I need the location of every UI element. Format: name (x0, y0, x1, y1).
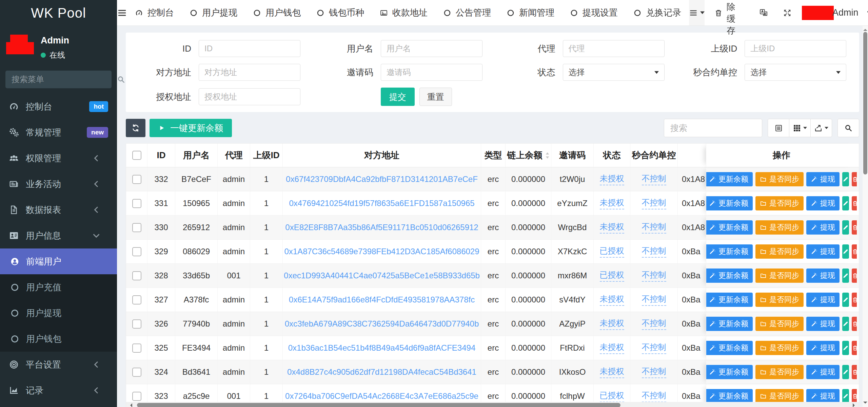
contract-control-editable[interactable]: 不控制 (642, 221, 666, 234)
sidebar-toggle-button[interactable] (117, 0, 127, 25)
delete-button[interactable] (852, 220, 857, 235)
status-editable[interactable]: 未授权 (600, 342, 624, 354)
contract-control-editable[interactable]: 不控制 (642, 366, 666, 378)
withdraw-button[interactable]: 提现 (806, 365, 840, 379)
contract-control-editable[interactable]: 不控制 (642, 318, 666, 330)
delete-button[interactable] (852, 317, 857, 331)
edit-button[interactable] (842, 341, 849, 355)
update-balance-button[interactable]: 更新余额 (706, 269, 753, 283)
sidebar-item[interactable]: 记录 (0, 377, 117, 403)
edit-button[interactable] (842, 220, 849, 235)
update-balance-button[interactable]: 更新余额 (706, 317, 753, 331)
nav-tab[interactable]: 控制台 (127, 0, 182, 25)
edit-button[interactable] (842, 269, 849, 283)
toggle-view-button[interactable] (768, 119, 789, 137)
contract-control-editable[interactable]: 不控制 (642, 294, 666, 306)
export-button[interactable] (810, 119, 832, 137)
update-balance-button[interactable]: 更新余额 (706, 172, 753, 186)
nav-tab[interactable]: 用户提现 (182, 0, 245, 25)
delete-button[interactable] (852, 341, 857, 355)
filter-status-select[interactable]: 选择 (563, 64, 665, 81)
row-checkbox[interactable] (132, 223, 141, 232)
admin-menu[interactable]: Admin (799, 0, 861, 25)
status-editable[interactable]: 未授权 (600, 197, 624, 209)
row-checkbox[interactable] (132, 271, 141, 280)
filter-auth-address-input[interactable] (199, 88, 300, 105)
delete-button[interactable] (852, 244, 857, 259)
withdraw-button[interactable]: 提现 (806, 196, 840, 210)
sort-icon[interactable] (545, 152, 550, 159)
sync-button[interactable]: 是否同步 (755, 389, 804, 403)
table-search-button[interactable] (837, 119, 859, 137)
row-checkbox[interactable] (132, 368, 141, 377)
sidebar-item[interactable]: 业务活动 (0, 171, 117, 197)
scroll-down-arrow[interactable] (863, 402, 867, 406)
row-checkbox[interactable] (132, 344, 141, 353)
status-editable[interactable]: 未授权 (600, 221, 624, 234)
delete-button[interactable] (852, 196, 857, 210)
sync-button[interactable]: 是否同步 (755, 196, 804, 210)
sync-button[interactable]: 是否同步 (755, 172, 804, 186)
table-search-input[interactable] (664, 119, 762, 137)
nav-tab[interactable]: 公告管理 (435, 0, 499, 25)
sync-button[interactable]: 是否同步 (755, 220, 804, 235)
status-editable[interactable]: 已授权 (600, 270, 624, 282)
edit-button[interactable] (842, 244, 849, 259)
address-link[interactable]: 0x4d8B27c4c905d62df7d12198DA4fecaC54Bd36… (287, 367, 476, 377)
edit-button[interactable] (842, 365, 849, 379)
scroll-left-arrow[interactable] (128, 403, 132, 407)
refresh-button[interactable] (126, 119, 145, 137)
update-balance-button[interactable]: 更新余额 (706, 389, 753, 403)
sync-button[interactable]: 是否同步 (755, 244, 804, 259)
nav-tab[interactable]: 兑换记录 (626, 0, 689, 25)
nav-tab[interactable]: 新闻管理 (499, 0, 562, 25)
status-editable[interactable]: 未授权 (600, 366, 624, 378)
edit-button[interactable] (842, 317, 849, 331)
sidebar-item[interactable]: 数据报表 (0, 197, 117, 223)
update-balance-button[interactable]: 更新余额 (706, 220, 753, 235)
vertical-scrollbar[interactable] (863, 26, 868, 407)
nav-tab[interactable]: 钱包币种 (309, 0, 372, 25)
search-icon[interactable] (117, 75, 125, 84)
nav-tab[interactable]: 用户钱包 (245, 0, 309, 25)
withdraw-button[interactable]: 提现 (806, 172, 840, 186)
status-editable[interactable]: 未授权 (600, 294, 624, 306)
sidebar-subitem[interactable]: 用户提现 (0, 300, 117, 326)
row-checkbox[interactable] (132, 175, 141, 184)
contract-control-editable[interactable]: 不控制 (642, 173, 666, 185)
clear-cache-button[interactable]: 清除缓存 (705, 0, 752, 25)
delete-button[interactable] (852, 269, 857, 283)
withdraw-button[interactable]: 提现 (806, 269, 840, 283)
select-all-checkbox[interactable] (132, 151, 141, 160)
update-balance-button[interactable]: 更新余额 (706, 244, 753, 259)
reset-button[interactable]: 重置 (419, 88, 452, 106)
sidebar-item[interactable]: 常规管理new (0, 119, 117, 145)
withdraw-button[interactable]: 提现 (806, 389, 840, 403)
edit-button[interactable] (842, 293, 849, 307)
sidebar-subitem-active[interactable]: 前端用户 (0, 248, 117, 274)
address-link[interactable]: 0x47694210254fd19f57f8635a6E1FD1587a1509… (289, 199, 474, 208)
row-checkbox[interactable] (132, 199, 141, 208)
contract-control-editable[interactable]: 不控制 (642, 390, 666, 402)
delete-button[interactable] (852, 293, 857, 307)
sidebar-item[interactable]: 平台设置 (0, 352, 117, 377)
horizontal-scroll-thumb[interactable] (137, 403, 620, 407)
vertical-scroll-thumb[interactable] (863, 32, 867, 174)
withdraw-button[interactable]: 提现 (806, 293, 840, 307)
update-all-balances-button[interactable]: 一键更新余额 (150, 119, 232, 137)
sync-button[interactable]: 是否同步 (755, 317, 804, 331)
withdraw-button[interactable]: 提现 (806, 317, 840, 331)
submit-button[interactable]: 提交 (381, 88, 415, 106)
sync-button[interactable]: 是否同步 (755, 293, 804, 307)
update-balance-button[interactable]: 更新余额 (706, 365, 753, 379)
update-balance-button[interactable]: 更新余额 (706, 293, 753, 307)
filter-address-input[interactable] (199, 64, 300, 81)
address-link[interactable]: 0x1b36ac1B54ec51b4f8B49a454d6f9a8fACFE34… (288, 343, 475, 353)
sync-button[interactable]: 是否同步 (755, 269, 804, 283)
scroll-right-arrow[interactable] (853, 403, 857, 407)
columns-button[interactable] (789, 119, 811, 137)
status-editable[interactable]: 已授权 (600, 245, 624, 258)
nav-tab[interactable]: 提现设置 (562, 0, 626, 25)
withdraw-button[interactable]: 提现 (806, 244, 840, 259)
delete-button[interactable] (852, 172, 857, 186)
